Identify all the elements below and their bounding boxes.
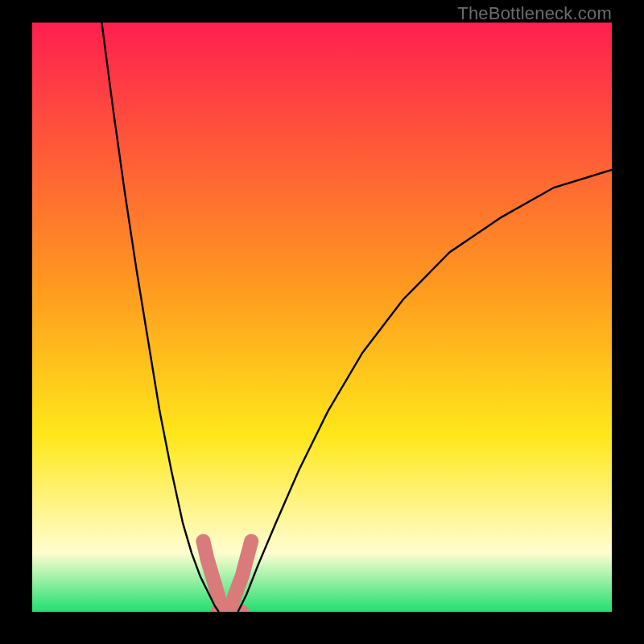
chart-frame: TheBottleneck.com — [0, 0, 644, 644]
attribution-text: TheBottleneck.com — [457, 3, 612, 24]
chart-svg — [32, 23, 612, 612]
gradient-background — [32, 23, 612, 612]
plot-area — [32, 23, 612, 612]
